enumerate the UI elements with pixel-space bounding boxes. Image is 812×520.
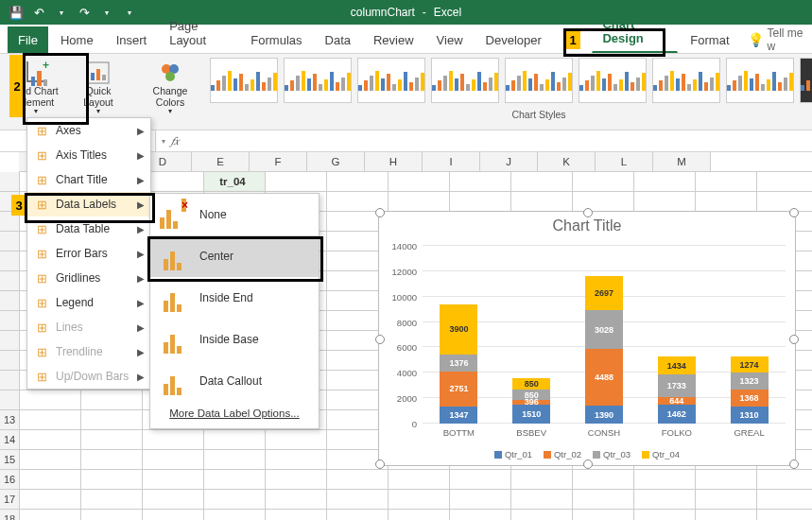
cell[interactable] xyxy=(143,450,204,469)
cell[interactable] xyxy=(81,490,143,509)
cell[interactable] xyxy=(20,450,81,469)
chart-style-thumb[interactable] xyxy=(652,58,720,103)
bar-segment[interactable]: 850 xyxy=(512,378,550,389)
cell[interactable] xyxy=(511,192,573,211)
bar-segment[interactable]: 1368 xyxy=(731,390,769,407)
bar-segment[interactable]: 1274 xyxy=(731,356,769,373)
cell[interactable] xyxy=(143,470,204,489)
tab-chart-design[interactable]: Chart Design xyxy=(592,10,678,53)
submenu-more-options[interactable]: More Data Label Options... xyxy=(150,402,319,425)
cell[interactable] xyxy=(143,510,204,520)
submenu-data-callout[interactable]: Data Callout xyxy=(150,360,319,402)
submenu-none[interactable]: × None xyxy=(150,194,319,235)
tab-developer[interactable]: Developer xyxy=(475,26,552,53)
cell[interactable] xyxy=(389,192,450,211)
tell-me-search[interactable]: 💡 Tell me w xyxy=(748,26,804,53)
chart-style-thumb[interactable] xyxy=(505,58,573,103)
chart-style-thumb[interactable] xyxy=(357,58,425,103)
bar-stack[interactable]: 1390448830282697 xyxy=(585,276,623,424)
row-header[interactable] xyxy=(0,172,19,192)
embedded-chart[interactable]: Chart Title 0200040006000800010000120001… xyxy=(378,211,796,466)
menu-data-labels[interactable]: ⊞Data Labels▶ xyxy=(27,192,150,217)
cell[interactable] xyxy=(327,470,389,489)
bar-segment[interactable]: 1347 xyxy=(440,407,477,424)
cell[interactable] xyxy=(81,510,143,520)
column-header[interactable]: K xyxy=(538,152,596,171)
redo-button[interactable]: ↷ xyxy=(74,3,95,22)
tab-view[interactable]: View xyxy=(426,26,474,53)
bar-segment[interactable]: 1510 xyxy=(512,405,550,424)
cell[interactable] xyxy=(143,490,204,509)
cell[interactable] xyxy=(696,470,757,489)
column-header[interactable]: G xyxy=(307,152,365,171)
cell[interactable] xyxy=(696,490,757,509)
cell[interactable] xyxy=(20,430,81,449)
tab-insert[interactable]: Insert xyxy=(106,26,158,53)
bar-segment[interactable]: 1462 xyxy=(658,405,696,424)
cell[interactable] xyxy=(573,172,634,191)
cell[interactable] xyxy=(696,192,757,211)
undo-more[interactable]: ▾ xyxy=(51,3,72,22)
submenu-center[interactable]: Center xyxy=(150,235,319,277)
chart-styles-gallery[interactable] xyxy=(206,54,812,107)
cell[interactable] xyxy=(696,510,757,520)
cell[interactable] xyxy=(573,470,634,489)
cell[interactable] xyxy=(389,470,450,489)
bar-stack[interactable]: 1347275113763900 xyxy=(440,304,477,424)
save-button[interactable]: 💾 xyxy=(6,3,26,22)
legend-item[interactable]: Qtr_03 xyxy=(593,449,631,459)
row-header[interactable] xyxy=(0,232,19,251)
cell[interactable] xyxy=(511,510,573,520)
cell[interactable] xyxy=(20,470,81,489)
cell[interactable] xyxy=(634,192,696,211)
cell[interactable] xyxy=(696,172,757,191)
bar-segment[interactable]: 644 xyxy=(658,397,696,406)
cell[interactable] xyxy=(204,490,266,509)
column-header[interactable]: H xyxy=(365,152,423,171)
cell[interactable] xyxy=(81,410,143,429)
cell[interactable] xyxy=(266,172,327,191)
cell[interactable] xyxy=(20,410,81,429)
column-header[interactable]: M xyxy=(653,152,711,171)
cell[interactable] xyxy=(266,510,327,520)
menu-axes[interactable]: ⊞Axes▶ xyxy=(27,118,150,143)
menu-axis-titles[interactable]: ⊞Axis Titles▶ xyxy=(27,143,150,167)
cell[interactable] xyxy=(634,172,696,191)
cell[interactable] xyxy=(20,490,81,509)
column-header[interactable]: I xyxy=(423,152,480,171)
cell[interactable] xyxy=(573,510,634,520)
cell[interactable] xyxy=(573,490,634,509)
row-header[interactable] xyxy=(0,271,19,291)
bar-segment[interactable]: 2697 xyxy=(585,276,623,310)
row-header[interactable] xyxy=(0,331,19,351)
chart-style-thumb[interactable] xyxy=(726,58,794,103)
legend-item[interactable]: Qtr_04 xyxy=(642,449,680,459)
row-header[interactable] xyxy=(0,351,19,371)
cell[interactable] xyxy=(143,430,204,449)
cell[interactable] xyxy=(573,192,634,211)
cell[interactable] xyxy=(450,490,511,509)
tab-page-layout[interactable]: Page Layout xyxy=(159,12,238,53)
row-header[interactable]: 16 xyxy=(0,470,19,490)
bar-stack[interactable]: 146264417331434 xyxy=(658,356,696,424)
bar-segment[interactable]: 1310 xyxy=(731,407,769,424)
cell[interactable] xyxy=(327,490,389,509)
legend-item[interactable]: Qtr_01 xyxy=(494,449,532,459)
row-header[interactable]: 18 xyxy=(0,510,19,520)
submenu-inside-base[interactable]: Inside Base xyxy=(150,319,319,360)
bar-segment[interactable]: 1323 xyxy=(731,373,769,390)
tab-home[interactable]: Home xyxy=(50,26,104,53)
cell[interactable] xyxy=(20,510,81,520)
chart-plot-area[interactable]: 1347275113763900151039685085013904488302… xyxy=(423,246,786,424)
bar-segment[interactable]: 3028 xyxy=(585,310,623,349)
menu-data-table[interactable]: ⊞Data Table▶ xyxy=(27,217,150,241)
cell[interactable] xyxy=(450,192,511,211)
qat-customize[interactable]: ▾ xyxy=(119,3,140,22)
cell[interactable] xyxy=(450,510,511,520)
quick-layout-button[interactable]: Quick Layout ▾ xyxy=(68,58,129,118)
chart-style-thumb[interactable] xyxy=(284,58,352,103)
row-header[interactable] xyxy=(0,371,19,390)
cell[interactable] xyxy=(634,490,696,509)
cell[interactable] xyxy=(266,430,327,449)
cell[interactable] xyxy=(450,172,511,191)
